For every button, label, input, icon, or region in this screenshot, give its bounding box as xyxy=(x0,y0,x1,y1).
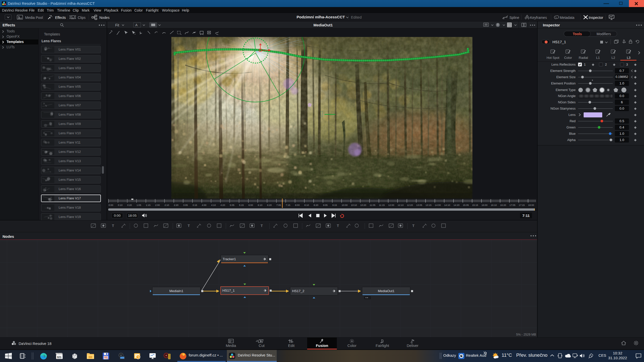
svg-text:4:00: 4:00 xyxy=(202,204,207,206)
svg-text:9:15: 9:15 xyxy=(332,204,337,206)
svg-text:5:15: 5:15 xyxy=(239,204,244,206)
svg-text:12:00: 12:00 xyxy=(388,204,394,206)
svg-text:10:00: 10:00 xyxy=(342,204,348,206)
svg-text:10:20: 10:20 xyxy=(360,204,366,206)
svg-text:13:05: 13:05 xyxy=(416,204,422,206)
svg-text:15:15: 15:15 xyxy=(472,204,478,206)
svg-text:3:15: 3:15 xyxy=(192,204,197,206)
svg-text:6:20: 6:20 xyxy=(267,204,272,206)
svg-text:16:00: 16:00 xyxy=(481,204,488,206)
svg-text:0:20: 0:20 xyxy=(127,204,132,206)
svg-text:13:15: 13:15 xyxy=(426,204,432,206)
svg-text:4:20: 4:20 xyxy=(220,204,225,206)
svg-text:8:20: 8:20 xyxy=(314,204,318,206)
svg-text:16:20: 16:20 xyxy=(500,204,506,206)
svg-text:0:00: 0:00 xyxy=(109,204,113,206)
svg-text:2:10: 2:10 xyxy=(165,204,169,206)
svg-text:0:10: 0:10 xyxy=(118,204,123,206)
svg-text:3:05: 3:05 xyxy=(183,204,188,206)
svg-text:1:15: 1:15 xyxy=(146,204,151,206)
svg-text:2:20: 2:20 xyxy=(174,204,179,206)
svg-text:17:15: 17:15 xyxy=(519,204,525,206)
svg-text:12:20: 12:20 xyxy=(407,204,413,206)
svg-text:6:00: 6:00 xyxy=(248,204,253,206)
svg-text:14:10: 14:10 xyxy=(444,204,450,206)
svg-text:9:05: 9:05 xyxy=(323,204,328,206)
svg-text:11:15: 11:15 xyxy=(379,204,385,206)
svg-text:5:05: 5:05 xyxy=(230,204,234,206)
svg-text:1:05: 1:05 xyxy=(137,204,141,206)
svg-text:8:10: 8:10 xyxy=(304,204,309,206)
svg-text:6:10: 6:10 xyxy=(258,204,263,206)
svg-text:T: T xyxy=(188,224,190,228)
svg-text:10:10: 10:10 xyxy=(351,204,357,206)
svg-text:7:05: 7:05 xyxy=(276,204,281,206)
svg-text:321: 321 xyxy=(57,356,61,359)
svg-text:11:05: 11:05 xyxy=(370,204,375,206)
svg-text:4:10: 4:10 xyxy=(211,204,216,206)
svg-text:T: T xyxy=(337,224,339,228)
svg-text:17:05: 17:05 xyxy=(509,204,515,206)
svg-text:12:10: 12:10 xyxy=(397,204,404,206)
svg-text:T: T xyxy=(112,224,114,228)
svg-text:T: T xyxy=(412,224,415,228)
svg-text:8:00: 8:00 xyxy=(295,204,300,206)
svg-text:16:10: 16:10 xyxy=(491,204,497,206)
svg-text:14:20: 14:20 xyxy=(454,204,460,206)
svg-text:7:15: 7:15 xyxy=(286,204,291,206)
svg-text:T: T xyxy=(261,224,263,228)
svg-text:14:00: 14:00 xyxy=(435,204,441,206)
svg-text:2:00: 2:00 xyxy=(155,204,160,206)
svg-text:18:00: 18:00 xyxy=(528,204,534,206)
svg-text:54: 54 xyxy=(106,358,108,359)
svg-text:15:05: 15:05 xyxy=(463,204,469,206)
